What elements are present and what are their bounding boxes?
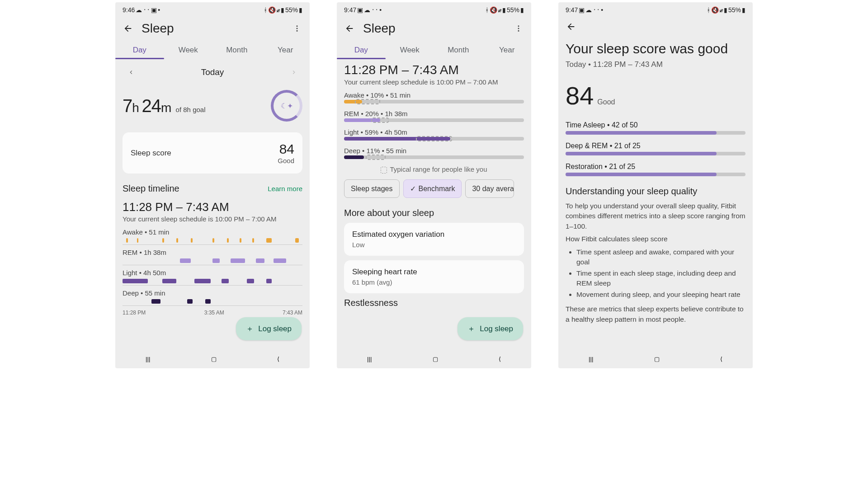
lane-light — [123, 277, 302, 286]
sleep-summary: 7h 24m of 8h goal ☾✦ — [123, 85, 302, 130]
wifi-icon: ⸙ — [720, 6, 723, 14]
learn-more-link[interactable]: Learn more — [268, 185, 302, 192]
stage-awake-label: Awake • 51 min — [123, 228, 302, 236]
day-navigator: Today — [123, 59, 302, 85]
restlessness-title: Restlessness — [344, 298, 524, 308]
prev-day-button[interactable] — [124, 66, 138, 79]
score-value: 84 — [278, 141, 294, 157]
heart-rate-card[interactable]: Sleeping heart rate 61 bpm (avg) — [344, 260, 524, 293]
score-metric: Time Asleep • 42 of 50 — [566, 121, 745, 135]
log-sleep-button[interactable]: ＋Log sleep — [236, 317, 302, 340]
sleep-range: 11:28 PM – 7:43 AM — [344, 63, 524, 77]
timeline-title: Sleep timeline — [123, 183, 179, 194]
sleep-schedule: Your current sleep schedule is 10:00 PM … — [344, 78, 524, 86]
goal-progress-ring: ☾✦ — [271, 90, 302, 122]
status-bar: 9:46 ☁ ᛫᛫ ▣ • ᚼ 🔇 ⸙ ▮ 55% ▮ — [115, 2, 310, 16]
overflow-menu-button[interactable] — [513, 23, 524, 34]
tab-day[interactable]: Day — [115, 40, 164, 59]
phone-screen-1: 9:46 ☁ ᛫᛫ ▣ • ᚼ 🔇 ⸙ ▮ 55% ▮ Sleep Day We… — [115, 2, 310, 368]
battery-icon: ▮ — [299, 6, 302, 14]
nav-back-button[interactable]: ⟨ — [493, 353, 506, 365]
stage-deep-label: Deep • 55 min — [123, 289, 302, 297]
oxygen-card[interactable]: Estimated oxygen variation Low — [344, 223, 524, 256]
home-button[interactable]: ▢ — [427, 353, 443, 365]
svg-point-0 — [297, 25, 298, 27]
tab-day[interactable]: Day — [337, 40, 386, 59]
image-icon: ▣ — [579, 6, 585, 14]
stage-bar-row: Deep • 11% • 55 min — [344, 147, 524, 159]
status-bar: 9:47 ▣ ☁ ᛫᛫ • ᚼ 🔇 ⸙ ▮ 55% ▮ — [558, 2, 753, 16]
nav-back-button[interactable]: ⟨ — [715, 353, 728, 365]
typical-range-legend: Typical range for people like you — [344, 165, 524, 173]
tab-week[interactable]: Week — [164, 40, 213, 59]
view-chips: Sleep stages ✓Benchmark 30 day average — [344, 179, 524, 198]
back-button[interactable] — [123, 23, 133, 34]
next-day-button[interactable] — [287, 66, 301, 79]
understanding-title: Understanding your sleep quality — [566, 186, 745, 197]
recent-apps-button[interactable]: ||| — [140, 353, 156, 365]
tab-year[interactable]: Year — [261, 40, 310, 59]
score-quality: Good — [597, 98, 615, 106]
home-button[interactable]: ▢ — [206, 353, 222, 365]
battery-icon: ▮ — [742, 6, 745, 14]
nav-back-button[interactable]: ⟨ — [272, 353, 285, 365]
mute-icon: 🔇 — [711, 6, 719, 14]
typical-range-marker — [366, 155, 386, 160]
stage-bar-label: Light • 59% • 4h 50m — [344, 128, 524, 136]
overflow-menu-button[interactable] — [292, 23, 302, 34]
score-quality: Good — [278, 157, 294, 164]
home-button[interactable]: ▢ — [649, 353, 665, 365]
metric-fill — [566, 152, 717, 155]
tab-month[interactable]: Month — [212, 40, 261, 59]
back-button[interactable] — [344, 23, 355, 34]
wifi-icon: ⸙ — [498, 6, 501, 14]
metric-track — [566, 173, 745, 176]
svg-point-5 — [518, 30, 519, 32]
explain-p1: To help you understand your overall slee… — [566, 201, 745, 231]
metric-label: Deep & REM • 21 of 25 — [566, 142, 745, 150]
oxygen-value: Low — [352, 241, 516, 249]
svg-point-2 — [297, 30, 298, 32]
battery-pct: 55% — [285, 6, 298, 14]
chip-sleep-stages[interactable]: Sleep stages — [344, 179, 400, 198]
sleep-range: 11:28 PM – 7:43 AM — [123, 200, 302, 214]
sleep-score-card[interactable]: Sleep score 84 Good — [123, 132, 302, 174]
stage-bar-row: REM • 20% • 1h 38m — [344, 110, 524, 122]
battery-icon: ▮ — [520, 6, 524, 14]
explain-p3: These are metrics that sleep experts bel… — [566, 304, 745, 324]
stage-light-label: Light • 4h 50m — [123, 269, 302, 277]
chip-30day[interactable]: 30 day average — [465, 179, 514, 198]
score-metric: Deep & REM • 21 of 25 — [566, 142, 745, 155]
stage-bar-track — [344, 155, 524, 159]
duration-hours: 7 — [123, 96, 132, 116]
tab-week[interactable]: Week — [386, 40, 434, 59]
moon-icon: ☾✦ — [281, 102, 293, 110]
stage-rem-label: REM • 1h 38m — [123, 249, 302, 256]
lane-deep — [123, 298, 302, 306]
score-display: 84 Good — [566, 81, 745, 110]
log-sleep-button[interactable]: ＋Log sleep — [458, 317, 523, 340]
day-label: Today — [201, 67, 224, 77]
signal-icon: ▮ — [502, 6, 506, 14]
check-icon: ✓ — [410, 185, 416, 192]
stage-bar-fill — [344, 155, 364, 159]
stage-bar-label: REM • 20% • 1h 38m — [344, 110, 524, 117]
bullet-item: Time spent asleep and awake, compared wi… — [576, 247, 745, 267]
chip-benchmark[interactable]: ✓Benchmark — [403, 179, 462, 198]
tab-year[interactable]: Year — [483, 40, 532, 59]
tab-month[interactable]: Month — [434, 40, 483, 59]
bluetooth-icon: ᚼ — [264, 6, 267, 14]
score-heading: Your sleep score was good — [566, 41, 745, 56]
back-button[interactable] — [566, 21, 576, 32]
metric-label: Restoration • 21 of 25 — [566, 163, 745, 171]
wifi-icon: ⸙ — [277, 6, 280, 14]
score-card-label: Sleep score — [131, 149, 171, 158]
stage-bar-row: Awake • 10% • 51 min — [344, 91, 524, 103]
image-icon: ▣ — [357, 6, 363, 14]
metric-label: Time Asleep • 42 of 50 — [566, 121, 745, 129]
dots-icon: ᛫᛫ — [371, 6, 378, 14]
recent-apps-button[interactable]: ||| — [362, 353, 377, 365]
range-tabs: Day Week Month Year — [115, 40, 310, 59]
svg-point-3 — [518, 25, 519, 27]
recent-apps-button[interactable]: ||| — [583, 353, 599, 365]
